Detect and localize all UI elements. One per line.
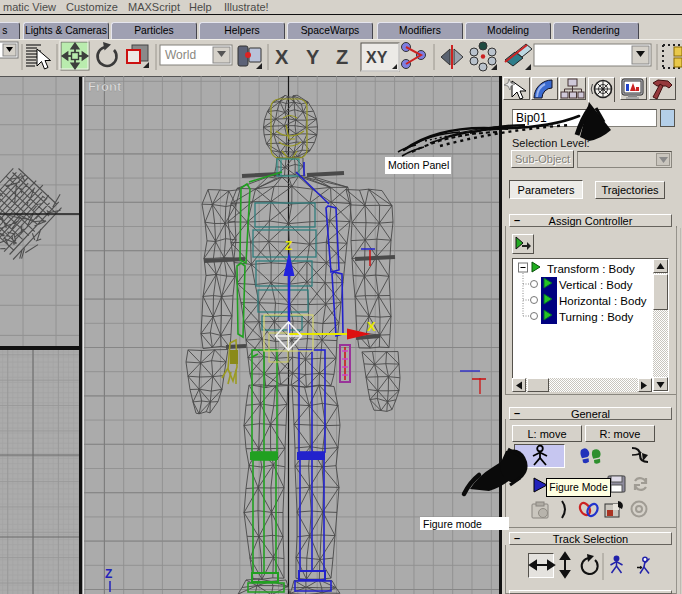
svg-text:Front: Front	[88, 79, 122, 94]
svg-text:Z: Z	[285, 239, 292, 253]
svg-text:World: World	[165, 48, 196, 62]
svg-text:Vertical : Body: Vertical : Body	[559, 279, 633, 291]
svg-text:Transform : Body: Transform : Body	[547, 263, 635, 275]
svg-text:Z: Z	[336, 46, 348, 68]
svg-text:X: X	[275, 46, 289, 68]
svg-text:X: X	[367, 319, 376, 334]
svg-text:Y: Y	[306, 46, 320, 68]
svg-text:Z: Z	[105, 567, 112, 581]
svg-text:XY: XY	[366, 49, 388, 66]
svg-text:Turning : Body: Turning : Body	[559, 311, 634, 323]
svg-text:Horizontal : Body: Horizontal : Body	[559, 295, 647, 307]
